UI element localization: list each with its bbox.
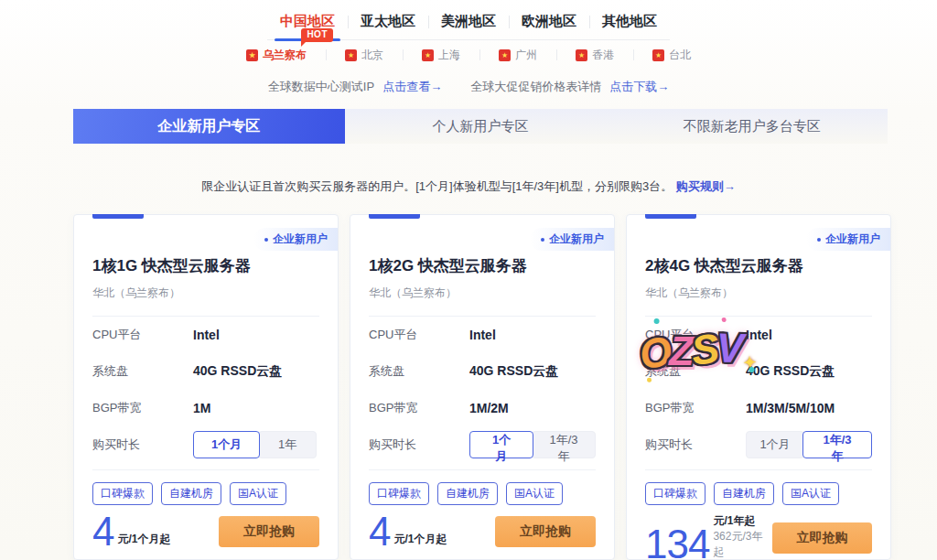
pricing-card-1c1g: 企业新用户 1核1G 快杰型云服务器 华北（乌兰察布） CPU平台 Intel … [73,214,339,560]
city-label: 北京 [361,48,383,63]
zone-tab-unlimited-multi[interactable]: 不限新老用户多台专区 [616,109,888,144]
spec-value: 1M/2M [469,401,509,415]
spec-label: 系统盘 [645,363,746,380]
spec-label: BGP带宽 [92,400,193,416]
buy-now-button[interactable]: 立即抢购 [772,522,872,554]
duration-option-1month[interactable]: 1个月 [746,431,804,458]
hot-badge: HOT [301,28,333,42]
card-region: 华北（乌兰察布） [369,285,596,301]
spec-label: BGP带宽 [369,400,469,416]
duration-option-1month[interactable]: 1个月 [469,431,533,458]
city-item-beijing[interactable]: ★ 北京 [326,46,403,65]
spec-label: CPU平台 [645,327,746,343]
zone-tab-bar: 企业新用户专区 个人新用户专区 不限新老用户多台专区 [73,109,888,144]
city-item-guangzhou[interactable]: ★ 广州 [479,46,556,65]
duration-label: 购买时长 [92,436,193,453]
price-amount: 4 [369,513,390,550]
spec-value: Intel [746,328,772,342]
duration-row: 购买时长 1个月 1年/3年 [369,426,596,463]
badge-dot-icon [541,238,544,242]
feature-tags: 口碑爆款 自建机房 国A认证 [369,482,596,505]
view-test-ip-link[interactable]: 点击查看→ [382,79,442,95]
spec-label: CPU平台 [92,327,193,343]
pricing-card-1c2g: 企业新用户 1核2G 快杰型云服务器 华北（乌兰察布） CPU平台 Intel … [350,214,615,560]
test-ip-label: 全球数据中心测试IP [268,79,374,95]
badge-label: 企业新用户 [549,232,604,247]
notice-text: 限企业认证且首次购买云服务器的用户。[1个月]体验机型与[1年/3年]机型，分别… [201,179,673,193]
pricing-card-2c4g: 企业新用户 2核4G 快杰型云服务器 华北（乌兰察布） CPU平台 Intel … [626,214,891,560]
region-tab-asia-pacific[interactable]: 亚太地区 [348,7,428,39]
spec-value: Intel [469,328,496,342]
page: 中国地区 亚太地区 美洲地区 欧洲地区 其他地区 ★ 乌兰察布 HOT ★ 北京… [0,0,937,560]
city-label: 乌兰察布 [263,48,307,63]
city-item-wulanchabu[interactable]: ★ 乌兰察布 HOT [227,46,326,65]
city-item-shanghai[interactable]: ★ 上海 [403,46,479,65]
city-label: 上海 [438,48,460,63]
duration-label: 购买时长 [645,436,746,453]
tag-certified: 国A认证 [230,482,286,505]
china-flag-icon: ★ [345,49,357,61]
enterprise-new-user-badge: 企业新用户 [806,228,890,251]
spec-value: Intel [193,328,220,342]
region-tab-europe[interactable]: 欧洲地区 [509,7,589,39]
city-label: 香港 [592,48,614,63]
card-region: 华北（乌兰察布） [645,285,872,301]
region-tab-americas[interactable]: 美洲地区 [428,7,509,39]
spec-row-disk: 系统盘 40G RSSD云盘 [645,353,872,390]
zone-tab-enterprise-new-user[interactable]: 企业新用户专区 [73,109,345,144]
duration-option-1-3year[interactable]: 1年/3年 [802,431,872,458]
tag-certified: 国A认证 [506,482,563,505]
duration-option-1month[interactable]: 1个月 [193,431,260,458]
spec-row-bandwidth: BGP带宽 1M/3M/5M/10M [645,390,872,426]
quick-links: 全球数据中心测试IP 点击查看→ 全球大促促销价格表详情 点击下载→ [0,79,937,95]
price: 4 元/1个月起 [369,513,447,550]
spec-value: 1M/3M/5M/10M [746,401,835,415]
card-accent-bar [645,214,696,219]
price-units: 元/1年起 362元/3年起 [713,513,772,560]
card-accent-bar [92,214,144,219]
price-row: 4 元/1个月起 立即抢购 [369,513,596,550]
price-unit: 元/1个月起 [393,532,447,547]
duration-option-1year[interactable]: 1年 [258,431,317,458]
divider [92,469,319,470]
price-unit: 元/1个月起 [117,532,170,547]
download-price-table-link[interactable]: 点击下载→ [609,79,669,95]
duration-option-1-3year[interactable]: 1年/3年 [532,431,596,458]
badge-dot-icon [817,238,821,242]
tag-own-datacenter: 自建机房 [437,482,498,505]
spec-value: 40G RSSD云盘 [193,363,282,380]
tag-popular: 口碑爆款 [92,482,153,505]
city-item-hongkong[interactable]: ★ 香港 [556,46,633,65]
region-tab-other[interactable]: 其他地区 [589,7,670,39]
spec-label: BGP带宽 [645,400,746,416]
china-flag-icon: ★ [576,49,587,61]
duration-toggle-group: 1个月 1年 [193,431,317,458]
spec-row-cpu: CPU平台 Intel [92,317,319,353]
purchase-notice: 限企业认证且首次购买云服务器的用户。[1个月]体验机型与[1年/3年]机型，分别… [0,178,937,195]
spec-row-disk: 系统盘 40G RSSD云盘 [92,353,319,390]
purchase-rules-link[interactable]: 购买规则→ [676,179,736,193]
city-label: 台北 [669,48,691,63]
spec-row-bandwidth: BGP带宽 1M/2M [369,390,596,426]
city-item-taipei[interactable]: ★ 台北 [633,46,710,65]
spec-label: CPU平台 [369,327,469,343]
price-unit: 元/1年起 [713,513,772,529]
price: 4 元/1个月起 [92,513,171,550]
tag-own-datacenter: 自建机房 [714,482,774,505]
buy-now-button[interactable]: 立即抢购 [219,516,319,547]
price-amount: 4 [92,513,113,550]
china-flag-icon: ★ [246,49,258,61]
tag-own-datacenter: 自建机房 [161,482,221,505]
spec-value: 40G RSSD云盘 [469,363,558,380]
spec-row-bandwidth: BGP带宽 1M [92,390,319,426]
card-title: 1核1G 快杰型云服务器 [92,255,319,276]
card-accent-bar [369,214,420,219]
china-flag-icon: ★ [422,49,434,61]
card-region: 华北（乌兰察布） [92,285,319,301]
badge-label: 企业新用户 [273,232,328,247]
duration-row: 购买时长 1个月 1年 [92,426,319,463]
spec-row-disk: 系统盘 40G RSSD云盘 [369,353,596,390]
buy-now-button[interactable]: 立即抢购 [495,516,596,547]
price-row: 4 元/1个月起 立即抢购 [92,513,319,550]
zone-tab-personal-new-user[interactable]: 个人新用户专区 [345,109,617,144]
